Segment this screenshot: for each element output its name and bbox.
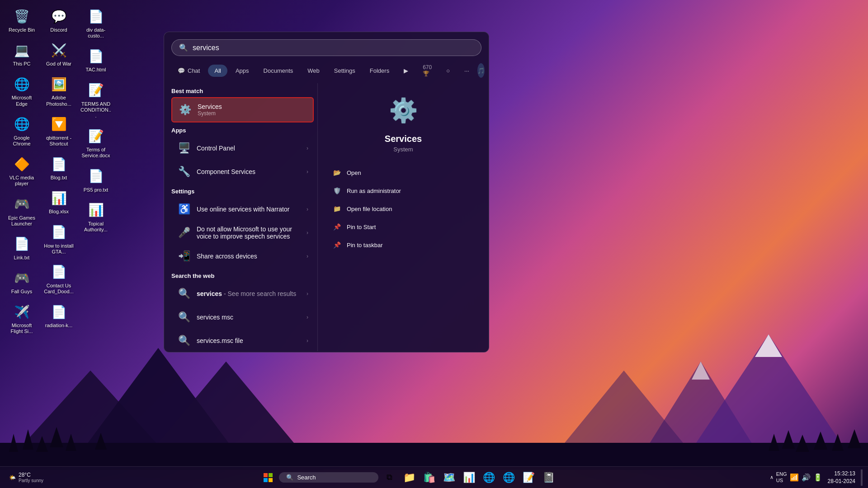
voice-icon: 🎤 — [177, 225, 191, 240]
web-search-icon-1: 🔍 — [177, 286, 191, 301]
how-to-gta-icon: 📄 — [50, 223, 68, 241]
result-web-services-msc-file[interactable]: 🔍 services.msc file › — [171, 329, 314, 351]
desktop-icon-terms-service[interactable]: 📝 Terms of Service.docx — [79, 124, 113, 161]
tab-play[interactable]: ▶ — [397, 65, 415, 77]
recycle-bin-label: Recycle Bin — [9, 27, 35, 33]
tab-documents[interactable]: Documents — [257, 65, 300, 77]
result-share-devices[interactable]: 📲 Share across devices › — [171, 244, 314, 268]
svg-rect-23 — [264, 478, 268, 482]
desktop-icon-adobe[interactable]: 🖼️ Adobe Photosho... — [42, 72, 76, 109]
search-input[interactable] — [193, 44, 474, 52]
qbittorrent-label: qbittorrent - Shortcut — [43, 135, 74, 147]
taskbar-ms-store[interactable]: 🛍️ — [420, 469, 438, 487]
taskbar-search-icon: 🔍 — [286, 474, 293, 481]
tray-expand-icon[interactable]: ∧ — [770, 474, 774, 480]
services-item-name: Services — [198, 103, 307, 110]
action-pin-taskbar-label: Pin to taskbar — [347, 242, 383, 249]
desktop-icon-div-data[interactable]: 📄 div data-custo... — [79, 5, 113, 42]
desktop-icon-area: 🗑️ Recycle Bin 💻 This PC 🌐 Microsoft Edg… — [0, 0, 120, 342]
apps-section-title: Apps — [171, 122, 317, 136]
taskbar-edge[interactable]: 🌐 — [480, 469, 498, 487]
vlc-label: VLC media player — [6, 175, 37, 187]
action-run-admin[interactable]: 🛡️ Run as administrator — [327, 182, 480, 200]
tab-more[interactable]: ··· — [458, 65, 476, 77]
web-services-msc-arrow: › — [307, 314, 308, 320]
taskbar-some-app[interactable]: 📊 — [460, 469, 478, 487]
tab-folders[interactable]: Folders — [363, 65, 396, 77]
desktop-icon-radiation[interactable]: 📄 radiation-k... — [42, 300, 76, 331]
taskbar-search-box[interactable]: 🔍 Search — [279, 472, 378, 483]
result-web-services[interactable]: 🔍 services - See more search results › — [171, 282, 314, 305]
taskbar-weather[interactable]: 🌤️ 28°C Partly sunny — [5, 472, 47, 483]
action-open[interactable]: 📂 Open — [327, 164, 480, 182]
weather-icon: 🌤️ — [9, 474, 16, 481]
desktop-icon-vlc[interactable]: 🔶 VLC media player — [5, 152, 39, 189]
desktop-icon-ps5-txt[interactable]: 📄 PS5 pro.txt — [79, 164, 113, 196]
desktop-icon-fall-guys[interactable]: 🎮 Fall Guys — [5, 266, 39, 297]
desktop-icon-how-to-gta[interactable]: 📄 How to install GTA... — [42, 221, 76, 258]
result-narrator-services[interactable]: ♿ Use online services with Narrator › — [171, 197, 314, 221]
action-pin-start[interactable]: 📌 Pin to Start — [327, 218, 480, 236]
desktop-icon-column-1: 🗑️ Recycle Bin 💻 This PC 🌐 Microsoft Edg… — [5, 5, 39, 338]
component-services-name: Component Services — [197, 168, 301, 175]
result-component-services[interactable]: 🔧 Component Services › — [171, 160, 314, 183]
desktop-icon-column-2: 💬 Discord ⚔️ God of War 🖼️ Adobe Photosh… — [42, 5, 76, 331]
tab-web[interactable]: Web — [301, 65, 326, 77]
svg-rect-21 — [264, 473, 268, 477]
best-match-services[interactable]: ⚙️ Services System — [171, 97, 314, 122]
action-pin-taskbar[interactable]: 📌 Pin to taskbar — [327, 236, 480, 254]
desktop-icon-link-txt[interactable]: 📄 Link.txt — [5, 232, 39, 263]
desktop-icon-topical[interactable]: 📊 Topical Authority... — [79, 198, 113, 235]
desktop-icon-contact-us[interactable]: 📄 Contact Us Card_Dood... — [42, 260, 76, 297]
taskbar-file-explorer[interactable]: 📁 — [400, 469, 418, 487]
desktop-icon-discord[interactable]: 💬 Discord — [42, 5, 76, 36]
result-voice-services[interactable]: 🎤 Do not allow Microsoft to use your voi… — [171, 221, 314, 244]
desktop-icon-epic-games[interactable]: 🎮 Epic Games Launcher — [5, 192, 39, 230]
epic-games-label: Epic Games Launcher — [6, 215, 37, 227]
desktop-icon-terms-doc[interactable]: 📝 TERMS AND CONDITION... — [79, 79, 113, 122]
desktop-icon-god-of-war[interactable]: ⚔️ God of War — [42, 38, 76, 70]
desktop-icon-this-pc[interactable]: 💻 This PC — [5, 38, 39, 70]
tray-wifi-icon[interactable]: 📶 — [790, 473, 799, 482]
taskbar-notepad[interactable]: 📓 — [539, 469, 557, 487]
taskbar-chrome[interactable]: 🌐 — [500, 469, 518, 487]
detail-app-name: Services — [385, 134, 422, 144]
taskbar-ms-maps[interactable]: 🗺️ — [440, 469, 458, 487]
services-icon: ⚙️ — [178, 103, 192, 117]
tab-music[interactable]: 🎵 — [477, 63, 485, 78]
desktop-icon-blog-xlsx[interactable]: 📊 Blog.xlsx — [42, 186, 76, 217]
tab-chat[interactable]: 💬 Chat — [171, 65, 206, 77]
show-desktop-button[interactable] — [861, 469, 863, 486]
tab-apps[interactable]: Apps — [229, 65, 255, 77]
start-button[interactable] — [259, 469, 277, 487]
task-view-button[interactable]: ⧉ — [380, 469, 398, 487]
god-of-war-icon: ⚔️ — [50, 41, 68, 59]
result-web-services-msc[interactable]: 🔍 services msc › — [171, 305, 314, 329]
desktop-icon-ms-edge[interactable]: 🌐 Microsoft Edge — [5, 72, 39, 109]
tab-all[interactable]: All — [208, 65, 227, 77]
tab-settings[interactable]: Settings — [328, 65, 362, 77]
desktop-icon-recycle-bin[interactable]: 🗑️ Recycle Bin — [5, 5, 39, 36]
tac-html-icon: 📄 — [87, 47, 105, 65]
desktop-icon-tac-html[interactable]: 📄 TAC.html — [79, 44, 113, 75]
detail-app-icon: ⚙️ — [385, 92, 421, 128]
tray-battery-icon[interactable]: 🔋 — [813, 473, 822, 482]
tray-volume-icon[interactable]: 🔊 — [802, 473, 811, 482]
result-control-panel[interactable]: 🖥️ Control Panel › — [171, 136, 314, 160]
taskbar-word[interactable]: 📝 — [519, 469, 538, 487]
taskbar-right-section: ∧ ENGUS 📶 🔊 🔋 15:32:13 28-01-2024 — [764, 469, 868, 486]
discord-label: Discord — [50, 27, 67, 33]
topical-label: Topical Authority... — [80, 221, 111, 233]
web-services-arrow: › — [307, 291, 308, 297]
discord-icon: 💬 — [50, 7, 68, 25]
desktop-icon-google-chrome[interactable]: 🌐 Google Chrome — [5, 113, 39, 150]
desktop-icon-blog-txt[interactable]: 📄 Blog.txt — [42, 152, 76, 183]
taskbar-clock[interactable]: 15:32:13 28-01-2024 — [824, 470, 859, 485]
desktop-icon-ms-flight[interactable]: ✈️ Microsoft Flight Si... — [5, 300, 39, 337]
svg-marker-6 — [755, 334, 782, 357]
action-open-file-location[interactable]: 📁 Open file location — [327, 200, 480, 218]
tab-circle[interactable]: ○ — [440, 65, 456, 77]
search-content-area: Best match ⚙️ Services System Apps 🖥️ Co… — [164, 83, 489, 351]
desktop-icon-qbittorrent[interactable]: 🔽 qbittorrent - Shortcut — [42, 113, 76, 150]
control-panel-text: Control Panel — [197, 145, 301, 152]
